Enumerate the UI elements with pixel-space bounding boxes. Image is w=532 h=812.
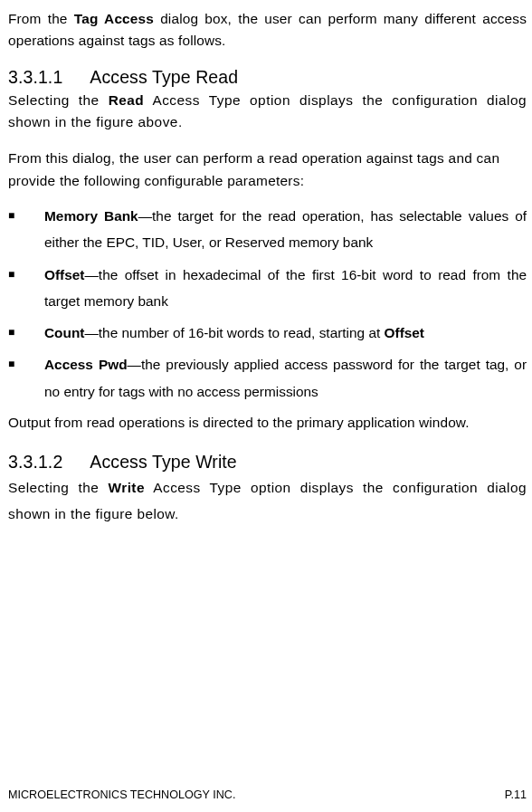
bullet-marker-icon: ■ xyxy=(8,262,14,288)
text: Selecting the xyxy=(8,92,109,108)
section1-p2: From this dialog, the user can perform a… xyxy=(8,148,527,192)
intro-paragraph: From the Tag Access dialog box, the user… xyxy=(8,8,527,53)
bullet-term: Count xyxy=(44,325,84,340)
section-heading-write: 3.3.1.2Access Type Write xyxy=(8,452,527,473)
section-title: Access Type Read xyxy=(90,67,238,87)
intro-bold: Tag Access xyxy=(74,11,154,26)
bullet-marker-icon: ■ xyxy=(8,351,14,377)
bullet-inner-bold: Offset xyxy=(385,325,424,340)
section-number: 3.3.1.2 xyxy=(8,452,62,473)
bold-write: Write xyxy=(109,480,145,495)
bullet-marker-icon: ■ xyxy=(8,320,14,346)
bullet-text: —the offset in hexadecimal of the first … xyxy=(44,267,527,309)
list-item: ■ Offset—the offset in hexadecimal of th… xyxy=(8,262,527,315)
section-title: Access Type Write xyxy=(90,452,236,472)
text: Selecting the xyxy=(8,480,109,495)
section-number: 3.3.1.1 xyxy=(8,67,62,88)
footer-company: MICROELECTRONICS TECHNOLOGY INC. xyxy=(8,788,235,801)
document-page: From the Tag Access dialog box, the user… xyxy=(0,0,532,812)
bullet-term: Memory Bank xyxy=(44,208,138,224)
section1-p3: Output from read operations is directed … xyxy=(8,412,527,434)
section-heading-read: 3.3.1.1Access Type Read xyxy=(8,67,527,88)
footer-page-number: P.11 xyxy=(505,788,527,801)
bullet-list: ■ Memory Bank—the target for the read op… xyxy=(8,203,527,405)
bullet-term: Access Pwd xyxy=(44,357,128,372)
list-item: ■ Memory Bank—the target for the read op… xyxy=(8,203,527,256)
bold-read: Read xyxy=(109,92,145,108)
section2-p1: Selecting the Write Access Type option d… xyxy=(8,474,527,528)
section1-p1: Selecting the Read Access Type option di… xyxy=(8,90,527,134)
page-footer: MICROELECTRONICS TECHNOLOGY INC. P.11 xyxy=(8,788,527,801)
list-item: ■ Count—the number of 16-bit words to re… xyxy=(8,320,527,346)
bullet-text: —the number of 16-bit words to read, sta… xyxy=(84,325,384,340)
list-item: ■ Access Pwd—the previously applied acce… xyxy=(8,351,527,405)
text: From the xyxy=(8,11,74,26)
bullet-term: Offset xyxy=(44,267,84,282)
bullet-marker-icon: ■ xyxy=(8,203,14,229)
